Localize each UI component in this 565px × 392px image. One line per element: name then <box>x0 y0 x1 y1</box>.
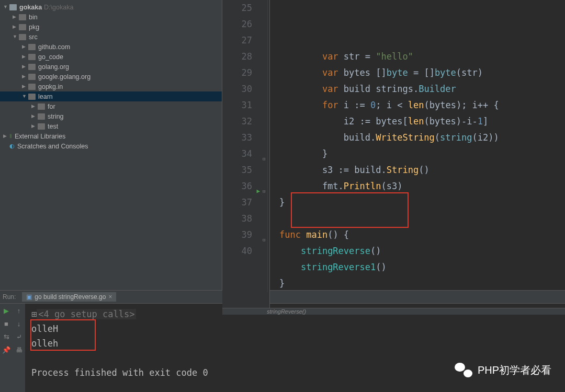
run-toolbar: ▶ ■ ⇆ 📌 ↑ ↓ ⤶ 🖶 <box>0 304 25 392</box>
tree-item-gopkg-in[interactable]: ▶gopkg.in <box>0 82 222 91</box>
layout-icon[interactable]: ⇆ <box>4 333 9 341</box>
wechat-icon <box>455 363 472 377</box>
stop-icon[interactable]: ■ <box>4 320 8 328</box>
tree-item-src[interactable]: ▼src <box>0 32 222 42</box>
down-icon[interactable]: ↓ <box>17 320 21 328</box>
tree-item-test[interactable]: ▶test <box>0 121 222 131</box>
code-editor: 252627282930313233343536▶37383940 ⊟⊟⊟ va… <box>222 0 565 290</box>
tree-item-go_code[interactable]: ▶go_code <box>0 52 222 62</box>
print-icon[interactable]: 🖶 <box>16 346 22 354</box>
wrap-icon[interactable]: ⤶ <box>16 333 22 341</box>
tree-item-bin[interactable]: ▶bin <box>0 12 222 22</box>
tree-item-golang-org[interactable]: ▶golang.org <box>0 62 222 72</box>
tree-item-pkg[interactable]: ▶pkg <box>0 22 222 32</box>
run-label: Run: <box>3 293 16 301</box>
tree-item-learn[interactable]: ▼learn <box>0 91 222 101</box>
watermark: PHP初学者必看 <box>455 363 551 377</box>
pin-icon[interactable]: 📌 <box>2 346 10 354</box>
fold-column: ⊟⊟⊟ <box>262 0 270 308</box>
tree-root[interactable]: ▼gokakaD:\gokaka <box>0 2 222 12</box>
external-libraries[interactable]: ▶⫴External Libraries <box>0 131 222 141</box>
tree-item-google-golang-org[interactable]: ▶google.golang.org <box>0 72 222 82</box>
code-content[interactable]: var str = "hello" var bytes []byte = []b… <box>270 0 565 308</box>
tree-item-string[interactable]: ▶string <box>0 111 222 121</box>
console-output[interactable]: ⊞<4 go setup calls>olleHolleh Process fi… <box>25 304 565 392</box>
project-sidebar: ▼gokakaD:\gokaka▶bin▶pkg▼src▶github.com▶… <box>0 0 222 290</box>
scratches[interactable]: ◐Scratches and Consoles <box>0 141 222 151</box>
rerun-icon[interactable]: ▶ <box>4 307 9 315</box>
tree-item-for[interactable]: ▶for <box>0 101 222 111</box>
up-icon[interactable]: ↑ <box>17 307 21 315</box>
line-gutter: 252627282930313233343536▶37383940 <box>222 0 262 308</box>
tree-item-github-com[interactable]: ▶github.com <box>0 42 222 52</box>
run-config-tab[interactable]: ▣ go build stringReverse.go × <box>22 292 116 302</box>
